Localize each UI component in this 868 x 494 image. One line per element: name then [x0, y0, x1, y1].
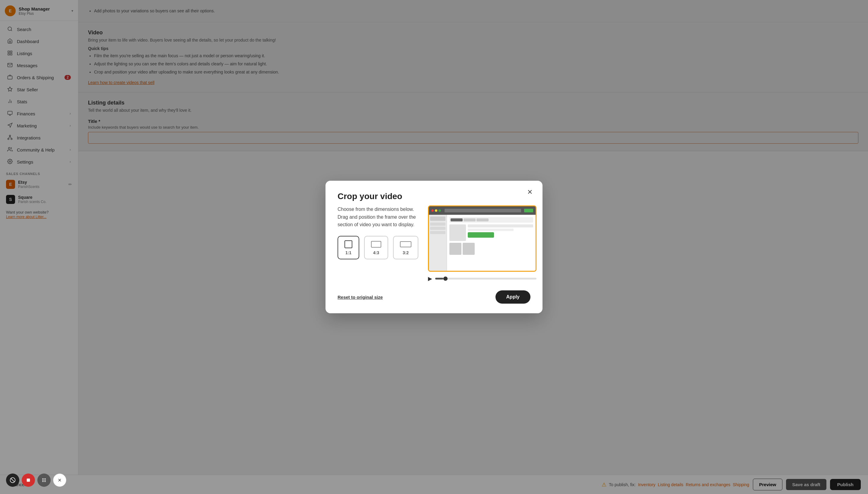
mock-nav [449, 217, 533, 223]
toolbar-btn-close[interactable] [53, 474, 66, 487]
video-preview-container [428, 205, 536, 272]
svg-point-30 [42, 480, 43, 481]
mock-main [447, 215, 536, 271]
window-max-dot [439, 209, 441, 212]
mock-sidebar [429, 215, 447, 271]
mock-tab-3 [477, 218, 488, 222]
toolbar-btn-1[interactable] [6, 474, 19, 487]
svg-point-35 [45, 481, 46, 482]
ratio-4-3-label: 4:3 [373, 250, 379, 255]
ratio-1-1-icon [344, 240, 353, 248]
mock-tab-1 [450, 218, 463, 222]
svg-point-28 [44, 478, 44, 479]
crop-video-modal: ✕ Crop your video Choose from the dimens… [326, 181, 542, 313]
modal-description: Choose from the dimensions below. Drag a… [337, 205, 418, 229]
window-close-dot [431, 209, 434, 212]
svg-point-32 [45, 480, 46, 481]
video-preview-area: ▶ [428, 205, 536, 282]
modal-left: Choose from the dimensions below. Drag a… [337, 205, 418, 268]
video-controls: ▶ [428, 275, 536, 282]
toolbar-btn-stop[interactable] [22, 474, 35, 487]
modal-body: Choose from the dimensions below. Drag a… [337, 205, 531, 282]
modal-title: Crop your video [337, 192, 531, 201]
progress-bar[interactable] [435, 278, 536, 280]
svg-rect-22 [371, 241, 381, 247]
play-button[interactable]: ▶ [428, 275, 432, 282]
progress-fill [435, 278, 443, 280]
ratio-4-3-icon [371, 240, 382, 248]
floating-toolbar [6, 474, 66, 487]
svg-point-29 [45, 478, 46, 479]
apply-button[interactable]: Apply [496, 290, 531, 304]
video-mock [429, 206, 536, 271]
ratio-3-2-button[interactable]: 3:2 [393, 236, 418, 259]
modal-overlay[interactable]: ✕ Crop your video Choose from the dimens… [0, 0, 868, 494]
svg-line-25 [11, 478, 15, 482]
svg-rect-23 [400, 242, 411, 247]
ratio-1-1-label: 1:1 [345, 250, 351, 255]
svg-rect-26 [27, 479, 30, 482]
video-mock-content [429, 215, 536, 271]
ratio-3-2-icon [400, 240, 412, 248]
progress-knob[interactable] [443, 277, 447, 281]
mock-tab-2 [464, 218, 476, 222]
svg-point-27 [42, 478, 43, 479]
video-mock-toolbar [429, 206, 536, 215]
ratio-4-3-button[interactable]: 4:3 [364, 236, 388, 259]
svg-point-31 [44, 480, 44, 481]
ratio-3-2-label: 3:2 [403, 250, 409, 255]
svg-rect-21 [345, 241, 352, 248]
ratio-buttons: 1:1 4:3 [337, 236, 418, 259]
reset-button[interactable]: Reset to original size [337, 294, 383, 300]
svg-point-34 [44, 481, 44, 482]
ratio-1-1-button[interactable]: 1:1 [337, 236, 359, 259]
modal-footer: Reset to original size Apply [337, 290, 531, 304]
toolbar-btn-grid[interactable] [37, 474, 51, 487]
modal-close-button[interactable]: ✕ [524, 187, 535, 197]
svg-point-33 [42, 481, 43, 482]
window-min-dot [435, 209, 437, 212]
